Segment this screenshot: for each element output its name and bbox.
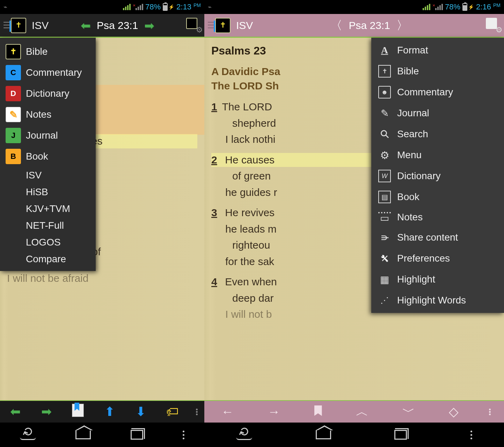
menu-commentary[interactable]: Commentary bbox=[371, 82, 504, 103]
menu-kjvtvm[interactable]: KJV+TVM bbox=[0, 200, 96, 217]
battery-icon: ⚡ bbox=[163, 3, 174, 11]
history-back-icon[interactable]: ← bbox=[218, 403, 238, 420]
bible-settings-icon[interactable]: ⚙ bbox=[486, 18, 501, 33]
menu-search[interactable]: Search bbox=[371, 124, 504, 145]
menu-notes[interactable]: Notes bbox=[0, 104, 96, 125]
sys-back-button[interactable] bbox=[20, 430, 36, 440]
menu-commentary[interactable]: Commentary bbox=[0, 62, 96, 83]
next-arrow-icon[interactable]: 〉 bbox=[393, 17, 412, 34]
version-selector[interactable]: ISV bbox=[236, 20, 253, 31]
menu-journal[interactable]: Journal bbox=[371, 103, 504, 124]
signal-icon bbox=[423, 4, 430, 10]
history-forward-icon[interactable]: ➡ bbox=[38, 403, 55, 420]
book-icon bbox=[378, 191, 391, 203]
menu-highlight-words[interactable]: Highlight Words bbox=[371, 290, 504, 311]
sys-menu-button[interactable] bbox=[183, 431, 184, 439]
gear-icon bbox=[378, 149, 391, 161]
battery-percent: 78% bbox=[445, 2, 460, 12]
reference-label[interactable]: Psa 23:1 bbox=[349, 20, 390, 31]
commentary-icon bbox=[6, 65, 21, 80]
prev-arrow-icon[interactable]: 〈 bbox=[327, 17, 346, 34]
menu-bible[interactable]: Bible bbox=[0, 41, 96, 62]
bottom-toolbar: ⬅ ➡ ⬆ ⬇ 🏷 bbox=[0, 400, 204, 423]
scroll-up-icon[interactable]: ︿ bbox=[352, 402, 372, 422]
tag-icon[interactable]: ◇ bbox=[445, 403, 462, 420]
system-nav bbox=[204, 423, 504, 447]
clock: 2:13 PM bbox=[176, 2, 201, 12]
scroll-down-icon[interactable]: ﹀ bbox=[399, 402, 418, 422]
menu-book[interactable]: Book bbox=[371, 186, 504, 207]
signal-icon bbox=[123, 4, 131, 10]
status-bar: ⌁ 78% ⚡ 2:16 PM bbox=[204, 0, 504, 14]
drawer-icon[interactable]: ☰ bbox=[207, 20, 214, 31]
system-nav bbox=[0, 423, 204, 447]
tag-icon[interactable]: 🏷 bbox=[163, 403, 182, 420]
signal-nosim-icon bbox=[432, 4, 443, 10]
menu-logos[interactable]: LOGOS bbox=[0, 234, 96, 251]
sys-back-button[interactable] bbox=[236, 430, 252, 440]
sys-home-button[interactable] bbox=[75, 430, 91, 439]
menu-isv[interactable]: ISV bbox=[0, 167, 96, 184]
bottom-toolbar: ← → ︿ ﹀ ◇ bbox=[204, 400, 504, 423]
sys-recent-button[interactable] bbox=[394, 430, 407, 440]
dictionary-icon bbox=[378, 170, 391, 182]
overflow-menu-icon[interactable] bbox=[489, 409, 491, 415]
menu-bible[interactable]: Bible bbox=[371, 61, 504, 82]
menu-hisb[interactable]: HiSB bbox=[0, 184, 96, 200]
bible-settings-icon[interactable]: ⚙ bbox=[186, 18, 202, 33]
reference-label[interactable]: Psa 23:1 bbox=[97, 20, 138, 31]
history-forward-icon[interactable]: → bbox=[264, 403, 284, 420]
bible-app-icon[interactable] bbox=[215, 18, 231, 33]
sys-home-button[interactable] bbox=[316, 430, 331, 439]
menu-netfull[interactable]: NET-Full bbox=[0, 217, 96, 234]
drawer-icon[interactable]: ☰ bbox=[3, 20, 9, 31]
menu-notes[interactable]: Notes bbox=[371, 207, 504, 227]
menu-dictionary[interactable]: Dictionary bbox=[371, 166, 504, 186]
book-icon bbox=[6, 149, 21, 164]
notes-icon bbox=[6, 107, 21, 122]
battery-icon: ⚡ bbox=[462, 3, 474, 11]
prev-arrow-icon[interactable]: ⬅ bbox=[77, 19, 94, 32]
overflow-menu: Format Bible Commentary Journal Search M… bbox=[371, 38, 504, 313]
format-icon bbox=[378, 44, 391, 57]
sys-menu-button[interactable] bbox=[470, 431, 472, 439]
menu-preferences[interactable]: Preferences bbox=[371, 248, 504, 269]
bookmark-icon[interactable] bbox=[311, 403, 326, 420]
status-bar: ⌁ 78% ⚡ 2:13 PM bbox=[0, 0, 204, 14]
app-header: ☰ ISV 〈 Psa 23:1 〉 ⚙ bbox=[204, 14, 504, 38]
debug-icon: ⌁ bbox=[3, 3, 7, 11]
journal-icon bbox=[6, 128, 21, 143]
menu-format[interactable]: Format bbox=[371, 40, 504, 61]
battery-percent: 78% bbox=[145, 2, 161, 12]
menu-highlight[interactable]: Highlight bbox=[371, 269, 504, 290]
version-selector[interactable]: ISV bbox=[32, 20, 49, 31]
menu-dictionary[interactable]: Dictionary bbox=[0, 83, 96, 104]
menu-book[interactable]: Book bbox=[0, 146, 96, 167]
verse-number[interactable]: 2 bbox=[211, 154, 217, 166]
app-header: ☰ ISV ⬅ Psa 23:1 ➡ ⚙ bbox=[0, 14, 204, 38]
version-menu: Bible Commentary Dictionary Notes Journa… bbox=[0, 38, 96, 271]
menu-share[interactable]: Share content bbox=[371, 227, 504, 248]
verse-number[interactable]: 3 bbox=[211, 207, 217, 218]
search-icon bbox=[378, 128, 391, 140]
verse-number[interactable]: 4 bbox=[211, 276, 217, 287]
signal-nosim-icon bbox=[133, 4, 143, 10]
bookmark-icon[interactable] bbox=[68, 402, 87, 422]
scroll-down-icon[interactable]: ⬇ bbox=[132, 403, 149, 420]
sys-recent-button[interactable] bbox=[131, 430, 143, 440]
overflow-menu-icon[interactable] bbox=[196, 409, 198, 415]
verse-number[interactable]: 1 bbox=[211, 101, 217, 112]
bible-icon bbox=[378, 65, 391, 78]
journal-icon bbox=[378, 107, 391, 119]
dictionary-icon bbox=[6, 86, 21, 101]
history-back-icon[interactable]: ⬅ bbox=[7, 403, 24, 420]
clock: 2:16 PM bbox=[476, 2, 501, 12]
share-icon bbox=[378, 231, 391, 244]
scroll-up-icon[interactable]: ⬆ bbox=[101, 403, 118, 420]
commentary-icon bbox=[378, 86, 391, 98]
next-arrow-icon[interactable]: ➡ bbox=[141, 19, 158, 32]
menu-menu[interactable]: Menu bbox=[371, 145, 504, 166]
menu-compare[interactable]: Compare bbox=[0, 251, 96, 268]
menu-journal[interactable]: Journal bbox=[0, 125, 96, 146]
bible-app-icon[interactable] bbox=[11, 18, 26, 33]
